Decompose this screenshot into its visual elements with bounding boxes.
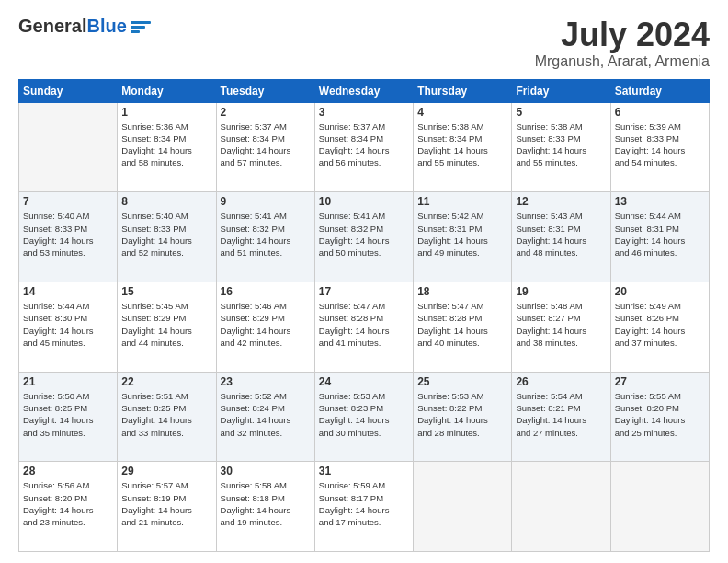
calendar-cell: 8Sunrise: 5:40 AM Sunset: 8:33 PM Daylig… [118, 192, 216, 282]
calendar-cell: 9Sunrise: 5:41 AM Sunset: 8:32 PM Daylig… [216, 192, 314, 282]
calendar-week-row: 1Sunrise: 5:36 AM Sunset: 8:34 PM Daylig… [19, 102, 710, 192]
day-number: 17 [319, 285, 409, 298]
calendar-cell: 20Sunrise: 5:49 AM Sunset: 8:26 PM Dayli… [610, 282, 709, 372]
calendar-cell [414, 462, 512, 552]
day-number: 6 [615, 106, 705, 119]
day-info: Sunrise: 5:40 AM Sunset: 8:33 PM Dayligh… [121, 210, 211, 259]
calendar-cell: 2Sunrise: 5:37 AM Sunset: 8:34 PM Daylig… [216, 102, 314, 192]
calendar-week-row: 14Sunrise: 5:44 AM Sunset: 8:30 PM Dayli… [19, 282, 710, 372]
day-number: 1 [121, 106, 211, 119]
day-number: 2 [221, 106, 311, 119]
day-info: Sunrise: 5:42 AM Sunset: 8:31 PM Dayligh… [417, 210, 507, 259]
logo: GeneralBlue [18, 17, 151, 35]
calendar-cell: 12Sunrise: 5:43 AM Sunset: 8:31 PM Dayli… [512, 192, 610, 282]
calendar-cell: 27Sunrise: 5:55 AM Sunset: 8:20 PM Dayli… [610, 372, 709, 462]
calendar-cell: 11Sunrise: 5:42 AM Sunset: 8:31 PM Dayli… [414, 192, 512, 282]
day-number: 8 [121, 195, 211, 208]
day-info: Sunrise: 5:48 AM Sunset: 8:27 PM Dayligh… [516, 300, 606, 349]
day-number: 19 [516, 285, 606, 298]
day-info: Sunrise: 5:55 AM Sunset: 8:20 PM Dayligh… [615, 390, 705, 439]
day-info: Sunrise: 5:40 AM Sunset: 8:33 PM Dayligh… [23, 210, 113, 259]
page: GeneralBlue July 2024 Mrganush, Ararat, … [0, 0, 728, 563]
day-info: Sunrise: 5:46 AM Sunset: 8:29 PM Dayligh… [221, 300, 311, 349]
day-info: Sunrise: 5:52 AM Sunset: 8:24 PM Dayligh… [221, 390, 311, 439]
day-info: Sunrise: 5:41 AM Sunset: 8:32 PM Dayligh… [221, 210, 311, 259]
day-info: Sunrise: 5:53 AM Sunset: 8:22 PM Dayligh… [417, 390, 507, 439]
day-number: 23 [221, 375, 311, 388]
calendar-cell: 31Sunrise: 5:59 AM Sunset: 8:17 PM Dayli… [314, 462, 413, 552]
day-info: Sunrise: 5:45 AM Sunset: 8:29 PM Dayligh… [121, 300, 211, 349]
calendar-week-row: 21Sunrise: 5:50 AM Sunset: 8:25 PM Dayli… [19, 372, 710, 462]
col-sunday: Sunday [19, 79, 118, 102]
calendar-cell: 30Sunrise: 5:58 AM Sunset: 8:18 PM Dayli… [216, 462, 314, 552]
day-info: Sunrise: 5:38 AM Sunset: 8:34 PM Dayligh… [417, 121, 507, 169]
day-number: 31 [319, 465, 409, 477]
calendar-cell: 6Sunrise: 5:39 AM Sunset: 8:33 PM Daylig… [610, 102, 709, 192]
day-info: Sunrise: 5:53 AM Sunset: 8:23 PM Dayligh… [319, 390, 409, 439]
day-number: 5 [516, 106, 606, 119]
day-info: Sunrise: 5:59 AM Sunset: 8:17 PM Dayligh… [319, 479, 409, 528]
day-number: 18 [417, 285, 507, 298]
day-number: 11 [417, 195, 507, 208]
subtitle: Mrganush, Ararat, Armenia [535, 53, 710, 70]
day-number: 22 [121, 375, 211, 388]
day-info: Sunrise: 5:56 AM Sunset: 8:20 PM Dayligh… [23, 479, 113, 528]
day-info: Sunrise: 5:41 AM Sunset: 8:32 PM Dayligh… [319, 210, 409, 259]
day-info: Sunrise: 5:37 AM Sunset: 8:34 PM Dayligh… [221, 121, 311, 169]
day-number: 13 [615, 195, 705, 208]
day-info: Sunrise: 5:44 AM Sunset: 8:31 PM Dayligh… [615, 210, 705, 259]
calendar-cell: 18Sunrise: 5:47 AM Sunset: 8:28 PM Dayli… [414, 282, 512, 372]
day-info: Sunrise: 5:38 AM Sunset: 8:33 PM Dayligh… [516, 121, 606, 169]
calendar-cell: 4Sunrise: 5:38 AM Sunset: 8:34 PM Daylig… [414, 102, 512, 192]
calendar-cell: 14Sunrise: 5:44 AM Sunset: 8:30 PM Dayli… [19, 282, 118, 372]
calendar-cell [512, 462, 610, 552]
calendar-cell: 23Sunrise: 5:52 AM Sunset: 8:24 PM Dayli… [216, 372, 314, 462]
calendar-cell: 22Sunrise: 5:51 AM Sunset: 8:25 PM Dayli… [118, 372, 216, 462]
day-info: Sunrise: 5:51 AM Sunset: 8:25 PM Dayligh… [121, 390, 211, 439]
calendar-cell [610, 462, 709, 552]
day-info: Sunrise: 5:54 AM Sunset: 8:21 PM Dayligh… [516, 390, 606, 439]
main-title: July 2024 [535, 17, 710, 53]
calendar-cell: 7Sunrise: 5:40 AM Sunset: 8:33 PM Daylig… [19, 192, 118, 282]
day-number: 3 [319, 106, 409, 119]
calendar-cell: 10Sunrise: 5:41 AM Sunset: 8:32 PM Dayli… [314, 192, 413, 282]
calendar-cell: 17Sunrise: 5:47 AM Sunset: 8:28 PM Dayli… [314, 282, 413, 372]
calendar-cell: 29Sunrise: 5:57 AM Sunset: 8:19 PM Dayli… [118, 462, 216, 552]
day-info: Sunrise: 5:47 AM Sunset: 8:28 PM Dayligh… [319, 300, 409, 349]
day-number: 12 [516, 195, 606, 208]
day-number: 27 [615, 375, 705, 388]
col-thursday: Thursday [414, 79, 512, 102]
col-monday: Monday [118, 79, 216, 102]
col-saturday: Saturday [610, 79, 709, 102]
calendar-cell: 25Sunrise: 5:53 AM Sunset: 8:22 PM Dayli… [414, 372, 512, 462]
calendar-cell [19, 102, 118, 192]
title-block: July 2024 Mrganush, Ararat, Armenia [535, 17, 710, 70]
col-tuesday: Tuesday [216, 79, 314, 102]
day-info: Sunrise: 5:57 AM Sunset: 8:19 PM Dayligh… [121, 479, 211, 528]
day-number: 30 [221, 465, 311, 477]
day-number: 14 [23, 285, 113, 298]
day-info: Sunrise: 5:47 AM Sunset: 8:28 PM Dayligh… [417, 300, 507, 349]
day-info: Sunrise: 5:39 AM Sunset: 8:33 PM Dayligh… [615, 121, 705, 169]
day-info: Sunrise: 5:44 AM Sunset: 8:30 PM Dayligh… [23, 300, 113, 349]
day-number: 26 [516, 375, 606, 388]
day-number: 4 [417, 106, 507, 119]
day-number: 20 [615, 285, 705, 298]
day-info: Sunrise: 5:58 AM Sunset: 8:18 PM Dayligh… [221, 479, 311, 528]
calendar-cell: 5Sunrise: 5:38 AM Sunset: 8:33 PM Daylig… [512, 102, 610, 192]
day-info: Sunrise: 5:49 AM Sunset: 8:26 PM Dayligh… [615, 300, 705, 349]
day-info: Sunrise: 5:43 AM Sunset: 8:31 PM Dayligh… [516, 210, 606, 259]
calendar-cell: 24Sunrise: 5:53 AM Sunset: 8:23 PM Dayli… [314, 372, 413, 462]
day-number: 7 [23, 195, 113, 208]
logo-blue: Blue [86, 16, 126, 36]
calendar-table: Sunday Monday Tuesday Wednesday Thursday… [18, 79, 710, 552]
calendar-cell: 28Sunrise: 5:56 AM Sunset: 8:20 PM Dayli… [19, 462, 118, 552]
day-number: 16 [221, 285, 311, 298]
calendar-cell: 26Sunrise: 5:54 AM Sunset: 8:21 PM Dayli… [512, 372, 610, 462]
calendar-header-row: Sunday Monday Tuesday Wednesday Thursday… [19, 79, 710, 102]
calendar-cell: 16Sunrise: 5:46 AM Sunset: 8:29 PM Dayli… [216, 282, 314, 372]
calendar-cell: 21Sunrise: 5:50 AM Sunset: 8:25 PM Dayli… [19, 372, 118, 462]
day-number: 10 [319, 195, 409, 208]
calendar-cell: 15Sunrise: 5:45 AM Sunset: 8:29 PM Dayli… [118, 282, 216, 372]
calendar-week-row: 28Sunrise: 5:56 AM Sunset: 8:20 PM Dayli… [19, 462, 710, 552]
